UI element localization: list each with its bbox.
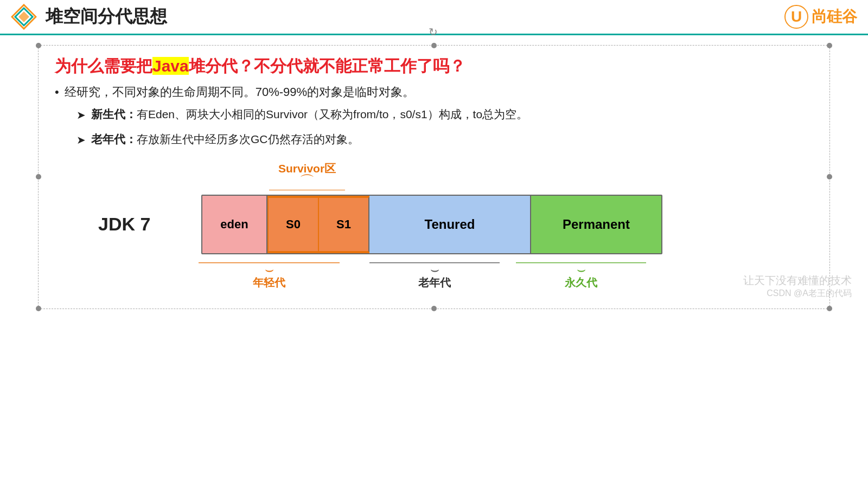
rotate-handle[interactable]: ↻: [429, 25, 439, 36]
watermark: 让天下没有难懂的技术 CSDN @A老王的代码: [743, 273, 852, 299]
handle-bc[interactable]: [431, 306, 437, 311]
watermark-line1: 让天下没有难懂的技术: [743, 273, 852, 288]
old-gen-label: 老年代: [418, 275, 451, 290]
header-left: 堆空间分代思想: [11, 4, 167, 30]
bullet-text-1: 经研究，不同对象的生命周期不同。70%-99%的对象是临时对象。: [65, 84, 414, 100]
handle-tl[interactable]: [36, 43, 41, 48]
young-gen-label: 年轻代: [253, 275, 285, 290]
sub-item-1: ➤ 新生代：有Eden、两块大小相同的Survivor（又称为from/to，s…: [76, 106, 813, 123]
question-highlight: Java: [152, 57, 189, 75]
main-content: ↻ 为什么需要把Java堆分代？不分代就不能正常工作了吗？ • 经研究，不同对象…: [0, 45, 868, 309]
logo-icon: [11, 4, 37, 30]
s0-block: S0: [269, 197, 319, 252]
brand-icon: U: [784, 5, 808, 29]
s1-block: S1: [319, 197, 369, 252]
watermark-line2: CSDN @A老王的代码: [743, 288, 852, 299]
content-box: 为什么需要把Java堆分代？不分代就不能正常工作了吗？ • 经研究，不同对象的生…: [38, 45, 830, 309]
permanent-block: Permanent: [531, 196, 661, 253]
bullet-item-1: • 经研究，不同对象的生命周期不同。70%-99%的对象是临时对象。: [55, 84, 813, 100]
arrow-1: ➤: [76, 107, 86, 123]
handle-tr[interactable]: [827, 43, 832, 48]
handle-br[interactable]: [827, 306, 832, 311]
handle-mr[interactable]: [827, 174, 832, 179]
handle-bl[interactable]: [36, 306, 41, 311]
sub-item-2: ➤ 老年代：存放新生代中经历多次GC仍然存活的对象。: [76, 131, 813, 148]
page-title: 堆空间分代思想: [46, 5, 167, 29]
sub-text-2: 老年代：存放新生代中经历多次GC仍然存活的对象。: [91, 131, 359, 148]
eden-block: eden: [202, 196, 267, 253]
header-right: U 尚硅谷: [784, 5, 857, 29]
sub-list: ➤ 新生代：有Eden、两块大小相同的Survivor（又称为from/to，s…: [76, 106, 813, 148]
question-title: 为什么需要把Java堆分代？不分代就不能正常工作了吗？: [55, 55, 813, 76]
tenured-block: Tenured: [369, 196, 531, 253]
question-prefix: 为什么需要把: [55, 57, 152, 75]
perm-gen-label: 永久代: [565, 275, 597, 290]
handle-ml[interactable]: [36, 174, 41, 179]
brand-name: 尚硅谷: [812, 7, 857, 27]
jdk-version-label: JDK 7: [98, 214, 174, 235]
arrow-2: ➤: [76, 132, 86, 148]
question-suffix: 堆分代？不分代就不能正常工作了吗？: [189, 57, 465, 75]
bullet-dot-1: •: [55, 85, 59, 100]
sub-detail-2: 存放新生代中经历多次GC仍然存活的对象。: [137, 133, 359, 145]
sub-detail-1: 有Eden、两块大小相同的Survivor（又称为from/to，s0/s1）构…: [137, 108, 528, 120]
sub-text-1: 新生代：有Eden、两块大小相同的Survivor（又称为from/to，s0/…: [91, 106, 528, 123]
handle-tc[interactable]: [431, 43, 437, 48]
diagram-area: Survivor区 ⌒ —————————— JDK 7 eden S0: [55, 156, 813, 296]
